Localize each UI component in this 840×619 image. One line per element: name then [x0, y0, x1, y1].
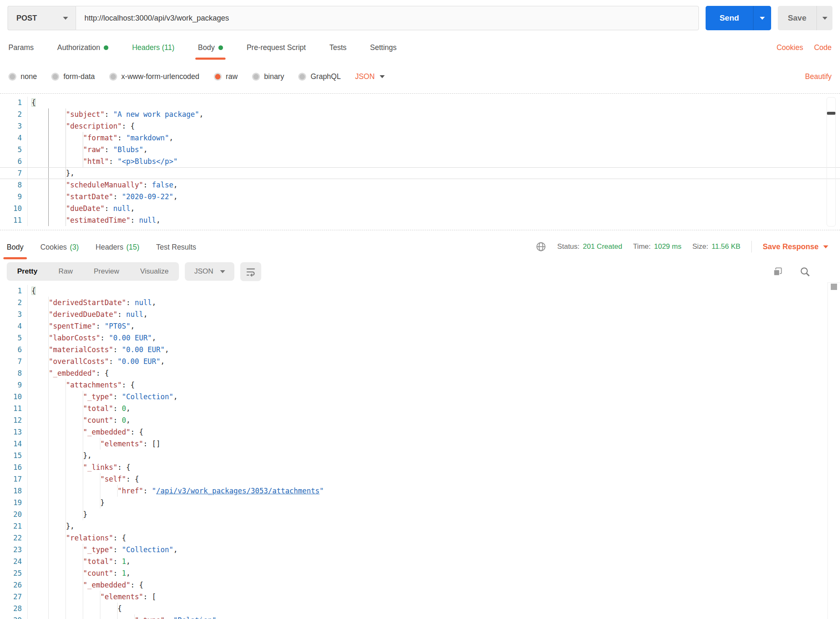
indent-guide [32, 179, 49, 191]
wrap-text-button[interactable] [240, 262, 261, 281]
view-pretty[interactable]: Pretty [7, 262, 48, 281]
body-mode-binary[interactable]: binary [252, 72, 284, 81]
response-tab-test-results[interactable]: Test Results [156, 234, 196, 259]
language-label: JSON [194, 267, 213, 276]
search-icon [799, 266, 811, 277]
response-editor-scrollbar [827, 282, 840, 619]
tab-body[interactable]: Body [198, 43, 223, 60]
indent-guide [66, 403, 83, 414]
tab-authorization[interactable]: Authorization [57, 43, 108, 60]
tab-label: Headers [96, 243, 123, 252]
line-number: 3 [0, 308, 28, 320]
indent-guide [83, 614, 100, 619]
cookies-link[interactable]: Cookies [777, 43, 803, 52]
chevron-down-icon [63, 17, 68, 20]
response-language-select[interactable]: JSON [185, 262, 234, 281]
line-number: 12 [0, 414, 28, 426]
response-tab-body[interactable]: Body [7, 234, 24, 259]
line-number: 10 [0, 203, 28, 214]
url-input[interactable]: http://localhost:3000/api/v3/work_packag… [76, 6, 699, 30]
indent-guide [49, 556, 66, 567]
body-mode-raw[interactable]: raw [214, 72, 238, 81]
copy-button[interactable] [769, 266, 786, 278]
indent-guide [32, 214, 49, 226]
status-status: Status:201 Created [557, 242, 622, 251]
tab-headers-11[interactable]: Headers (11) [132, 43, 174, 60]
tab-settings[interactable]: Settings [370, 43, 396, 60]
view-raw[interactable]: Raw [48, 262, 83, 281]
indent-guide [66, 414, 83, 426]
indent-guide [49, 532, 66, 544]
send-options-button[interactable] [753, 6, 771, 30]
scrollbar-thumb[interactable] [831, 284, 837, 290]
send-button[interactable]: Send [706, 6, 753, 30]
indent-guide [66, 132, 83, 144]
body-mode-x-www-form-urlencoded[interactable]: x-www-form-urlencoded [109, 72, 200, 81]
code-line: 1{ [0, 285, 840, 297]
save-options-button[interactable] [816, 6, 832, 30]
indent-guide [32, 520, 49, 532]
status-size: Size:11.56 KB [692, 242, 740, 251]
code-line: 8 "scheduleManually": false, [0, 179, 840, 191]
code-line: 13 "_embedded": { [0, 426, 840, 438]
href-link[interactable]: /api/v3/work_packages/3053/attachments [156, 487, 320, 495]
save-button[interactable]: Save [778, 6, 816, 30]
indent-guide [66, 438, 83, 450]
method-select[interactable]: POST [8, 6, 76, 30]
code-line: 24 "total": 1, [0, 556, 840, 567]
code-line: 22 "relations": { [0, 532, 840, 544]
mode-label: raw [226, 72, 238, 81]
line-number: 9 [0, 379, 28, 391]
tab-params[interactable]: Params [8, 43, 34, 60]
tab-pre-request-script[interactable]: Pre-request Script [247, 43, 306, 60]
code-line: 7 }, [0, 167, 840, 179]
body-mode-none[interactable]: none [8, 72, 37, 81]
search-button[interactable] [797, 266, 813, 278]
request-body-editor[interactable]: 1{2 "subject": "A new work package",3 "d… [0, 93, 840, 230]
view-visualize[interactable]: Visualize [130, 262, 179, 281]
indent-guide [32, 367, 49, 379]
indent-guide [32, 497, 49, 508]
indent-guide [32, 532, 49, 544]
request-editor-scrollbar [827, 97, 836, 227]
indent-guide [32, 414, 49, 426]
beautify-link[interactable]: Beautify [805, 72, 832, 81]
line-number: 21 [0, 520, 28, 532]
code-link[interactable]: Code [814, 43, 832, 52]
indent-guide [66, 473, 83, 485]
indent-guide [49, 520, 66, 532]
indent-guide [83, 591, 100, 603]
body-mode-graphql[interactable]: GraphQL [298, 72, 341, 81]
tab-tests[interactable]: Tests [329, 43, 346, 60]
scrollbar-thumb[interactable] [827, 112, 835, 115]
mode-label: binary [264, 72, 284, 81]
line-number: 14 [0, 438, 28, 450]
save-response-button[interactable]: Save Response [763, 242, 828, 251]
code-line: 10 "_type": "Collection", [0, 391, 840, 403]
indent-guide [100, 603, 118, 614]
indent-guide [32, 332, 49, 344]
status-items: Status:201 CreatedTime:1029 msSize:11.56… [557, 242, 740, 251]
body-mode-form-data[interactable]: form-data [51, 72, 95, 81]
response-view-switch: PrettyRawPreviewVisualize [7, 262, 179, 281]
response-tab-headers[interactable]: Headers(15) [96, 234, 139, 259]
tab-label: Params [8, 43, 34, 52]
wrap-text-icon [245, 266, 256, 277]
indent-guide [32, 485, 49, 497]
radio-icon [51, 73, 59, 81]
response-body-editor[interactable]: 1{2 "derivedStartDate": null,3 "derivedD… [0, 282, 840, 619]
body-language-select[interactable]: JSON [355, 72, 385, 81]
indent-guide [32, 556, 49, 567]
indent-guide [66, 508, 83, 520]
line-number: 11 [0, 403, 28, 414]
code-line: 12 "count": 0, [0, 414, 840, 426]
indent-guide [49, 485, 66, 497]
code-line: 6 "materialCosts": "0.00 EUR", [0, 344, 840, 356]
view-preview[interactable]: Preview [83, 262, 129, 281]
line-number: 25 [0, 567, 28, 579]
line-number: 15 [0, 450, 28, 461]
code-line: 23 "_type": "Collection", [0, 544, 840, 556]
indent-guide [32, 379, 49, 391]
code-line: 21 }, [0, 520, 840, 532]
response-tab-cookies[interactable]: Cookies(3) [40, 234, 79, 259]
